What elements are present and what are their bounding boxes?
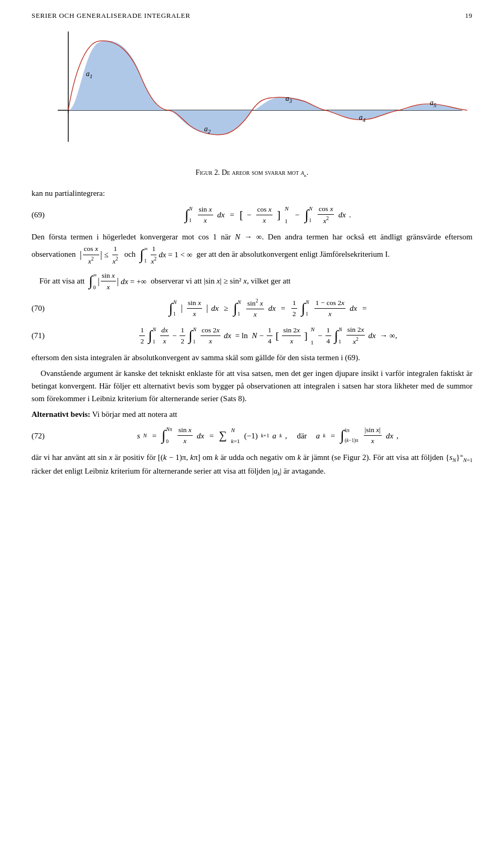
- figure-svg: a1 a2 a3 a4 a5: [37, 26, 467, 163]
- eq-content-72: sN = ∫ Nπ 0 sin x x dx = ∑ N k=1 (−1)k+1…: [63, 425, 472, 447]
- eq-content-71: 1 2 ∫ N 1 dx x − 1 2 ∫ N: [63, 324, 472, 347]
- page-header: SERIER OCH GENERALISERADE INTEGRALER 19: [32, 11, 472, 21]
- eq-content-70: ∫ N 1 | sin x x | dx ≥ ∫ N 1: [63, 297, 472, 320]
- figure-container: a1 a2 a3 a4 a5 Figur 2. De areor som sva…: [32, 26, 472, 179]
- body-text-ovanstaende: Ovanstående argument är kanske det tekni…: [32, 367, 472, 405]
- figure-caption: Figur 2. De areor som svarar mot ak.: [32, 167, 472, 179]
- equation-71: (71) 1 2 ∫ N 1 dx x − 1 2: [32, 324, 472, 347]
- eq-label-72: (72): [32, 430, 63, 442]
- eq-label-69: (69): [32, 209, 63, 221]
- body-text-foratt: För att visa att ∫ ∞ 0 | sin x x | dx = …: [32, 270, 472, 293]
- alt-bevis-label: Alternativt bevis:: [32, 410, 90, 418]
- body-text-intro: kan nu partialintegrera:: [32, 187, 472, 200]
- header-title: SERIER OCH GENERALISERADE INTEGRALER: [32, 11, 191, 21]
- body-text-alt-bevis-title: Alternativt bevis: Vi börjar med att not…: [32, 408, 472, 421]
- page-number: 19: [465, 11, 472, 21]
- body-text-after-71: eftersom den sista integralen är absolut…: [32, 351, 472, 364]
- eq-label-70: (70): [32, 302, 63, 315]
- body-text-after-69: Den första termen i högerledet konverger…: [32, 230, 472, 267]
- eq-label-71: (71): [32, 330, 63, 342]
- equation-70: (70) ∫ N 1 | sin x x | dx ≥ ∫ N: [32, 297, 472, 320]
- equation-69: (69) ∫ N 1 sin x x dx = [ − cos x x: [32, 204, 472, 226]
- equation-72: (72) sN = ∫ Nπ 0 sin x x dx = ∑ N k=1: [32, 425, 472, 447]
- body-text-final: där vi har använt att sin x är positiv f…: [32, 451, 472, 479]
- eq-content-69: ∫ N 1 sin x x dx = [ − cos x x ] N: [63, 204, 472, 226]
